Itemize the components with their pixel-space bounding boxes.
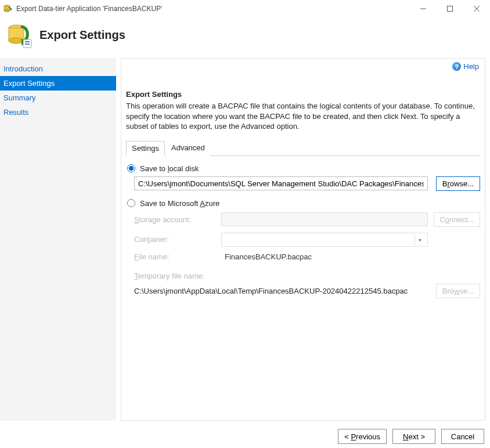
wizard-sidebar: Introduction Export Settings Summary Res… [0, 58, 116, 421]
storage-account-input [221, 212, 428, 226]
radio-icon [127, 199, 135, 207]
svg-rect-12 [25, 44, 30, 45]
tabs: Settings Advanced [126, 141, 480, 156]
help-icon: ? [452, 62, 461, 71]
close-button[interactable] [463, 0, 490, 17]
connect-button: Connect... [434, 212, 480, 227]
radio-save-azure[interactable]: Save to Microsoft Azure [127, 199, 480, 208]
tab-advanced[interactable]: Advanced [166, 141, 210, 156]
chevron-down-icon: ▾ [415, 235, 425, 245]
radio-save-azure-label: Save to Microsoft Azure [140, 199, 219, 208]
maximize-button[interactable] [437, 0, 463, 17]
svg-rect-11 [25, 41, 30, 42]
section-description: This operation will create a BACPAC file… [126, 101, 480, 132]
radio-save-local[interactable]: Save to local disk [127, 164, 480, 173]
app-icon [3, 4, 13, 13]
storage-account-label: Storage account: [134, 215, 215, 224]
radio-save-local-label: Save to local disk [140, 164, 199, 173]
tab-settings[interactable]: Settings [126, 141, 165, 156]
filename-label: File name: [134, 252, 215, 261]
sidebar-item-summary[interactable]: Summary [0, 91, 116, 105]
help-label: Help [463, 62, 479, 71]
minimize-button[interactable] [410, 0, 437, 17]
svg-rect-4 [448, 6, 453, 12]
browse-temp-button: Browse... [436, 284, 480, 298]
help-link[interactable]: ? Help [452, 62, 479, 71]
sidebar-item-export-settings[interactable]: Export Settings [0, 76, 116, 91]
page-title: Export Settings [39, 28, 125, 42]
temp-filename-label: Temporary file name: [134, 272, 480, 280]
filename-value: FinancesBACKUP.bacpac [221, 252, 428, 261]
titlebar: Export Data-tier Application 'FinancesBA… [0, 0, 490, 17]
main-panel: ? Help Export Settings This operation wi… [121, 58, 485, 421]
section-title: Export Settings [126, 90, 480, 99]
header: Export Settings [0, 17, 490, 58]
local-path-input[interactable] [134, 176, 428, 190]
next-button[interactable]: Next > [392, 429, 435, 444]
database-export-icon [6, 22, 31, 48]
radio-icon [127, 164, 135, 172]
cancel-button[interactable]: Cancel [441, 429, 484, 444]
window-title: Export Data-tier Application 'FinancesBA… [16, 5, 162, 13]
browse-local-button[interactable]: Browse... [436, 176, 480, 191]
sidebar-item-introduction[interactable]: Introduction [0, 62, 116, 76]
previous-button[interactable]: < Previous [338, 429, 387, 444]
svg-point-2 [4, 9, 10, 12]
sidebar-item-results[interactable]: Results [0, 105, 116, 120]
container-label: Container: [134, 235, 215, 244]
container-select: ▾ [221, 233, 428, 247]
temp-filename-value: C:\Users\jmont\AppData\Local\Temp\Financ… [134, 287, 428, 295]
wizard-footer: < Previous Next > Cancel [0, 421, 490, 444]
